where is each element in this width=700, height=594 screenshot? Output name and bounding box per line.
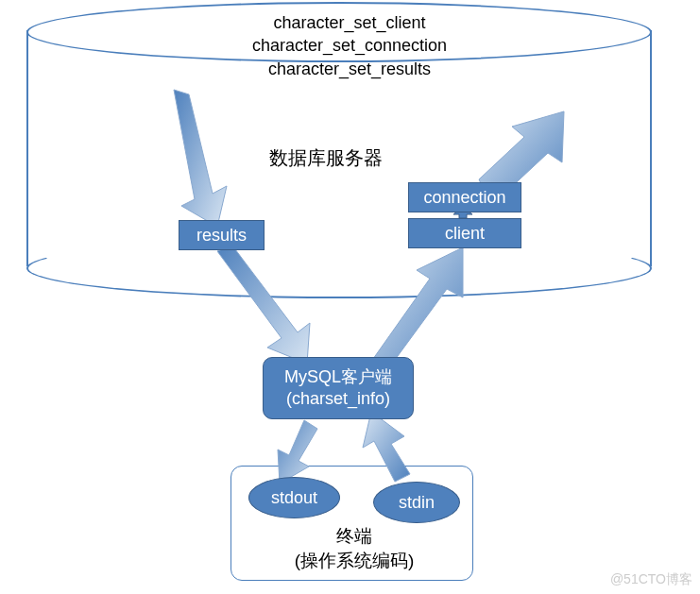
mysql-client-line1: MySQL客户端 xyxy=(284,366,392,388)
diagram-canvas: character_set_client character_set_conne… xyxy=(0,0,700,594)
db-server-label: 数据库服务器 xyxy=(269,145,383,171)
mysql-client-box: MySQL客户端 (charset_info) xyxy=(263,357,414,419)
charset-client-label: character_set_client xyxy=(161,11,538,34)
client-box: client xyxy=(408,218,521,248)
watermark: @51CTO博客 xyxy=(610,571,692,588)
charset-results-label: character_set_results xyxy=(161,58,538,80)
charset-connection-label: character_set_connection xyxy=(161,34,538,57)
terminal-sublabel: (操作系统编码) xyxy=(283,549,425,573)
charset-vars-list: character_set_client character_set_conne… xyxy=(161,11,538,80)
terminal-label: 终端 xyxy=(283,524,425,549)
db-cylinder-bottom xyxy=(26,238,652,298)
stdout-ellipse: stdout xyxy=(248,477,340,518)
stdin-ellipse: stdin xyxy=(373,482,460,523)
mysql-client-line2: (charset_info) xyxy=(286,388,390,410)
results-box: results xyxy=(179,220,265,250)
terminal-label-block: 终端 (操作系统编码) xyxy=(283,524,425,572)
connection-box: connection xyxy=(408,182,521,212)
